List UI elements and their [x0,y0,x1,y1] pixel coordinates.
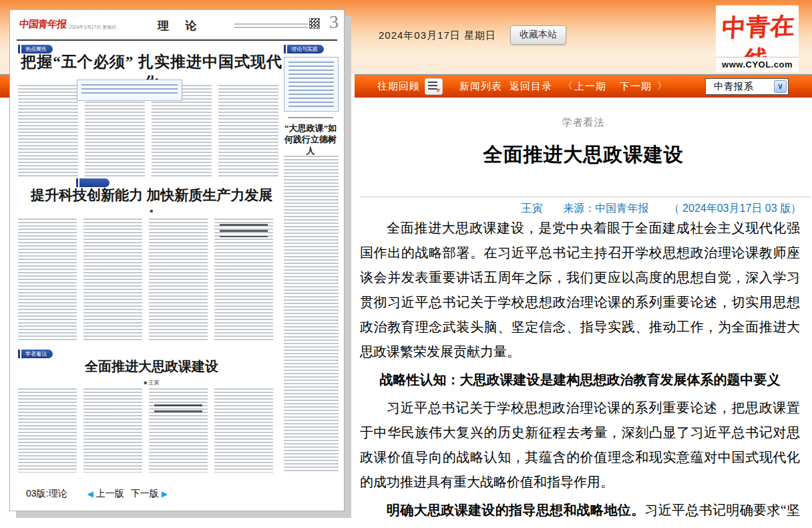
prev-page-arrow-icon[interactable]: ◀ [87,489,93,499]
np-right-box [284,57,339,112]
np-footer: 03版:理论 ◀ 上一版 下一版 ▶ [26,488,170,500]
np-text-column [83,388,142,473]
site-logo[interactable]: 中青在线 www.CYOL.com [716,5,799,72]
article-divider [360,196,811,197]
article-body: 全面推进大思政课建设，是党中央着眼于全面建成社会主义现代化强国作出的战略部署。在… [360,216,800,528]
np-qr-code-icon [309,18,320,29]
np-author-bottom: ■ 王寅 [18,379,285,386]
angle-right-icon: 〉 [657,80,667,92]
np-page-number: 3 [329,11,339,33]
np-author-marker-mid: ■ [18,208,285,214]
np-tag-practice: 理论与实践 [287,45,324,53]
nav-back-to-contents-link[interactable]: 返回目录 [510,80,552,93]
np-text-column [214,388,273,473]
newspaper-page-thumbnail[interactable]: 中国青年报 2024年3月17日 星期日 理 论 3 热点聚焦 把握“五个必须”… [9,9,345,511]
site-domain-text: www.CYOL.com [716,57,799,72]
current-date-text: 2024年03月17日 星期日 [379,29,496,42]
nav-prev-issue-link[interactable]: 上一期 [574,80,606,93]
archive-list-icon[interactable] [425,78,443,95]
np-text-column [18,388,77,473]
np-text-column [18,85,78,178]
np-text-column [83,219,142,342]
paragraph-3-lead: 明确大思政课建设的指导思想和战略地位。 [387,503,644,517]
next-page-arrow-icon[interactable]: ▶ [162,489,168,499]
article-paragraph-3: 明确大思政课建设的指导思想和战略地位。习近平总书记明确要求“坚持改革创新，推进大… [360,498,800,528]
np-highlight-box [77,80,182,101]
np-section-title: 理 论 [144,18,217,33]
next-page-link[interactable]: 下一版 [131,488,159,500]
np-text-column [284,156,339,473]
article-source: 来源：中国青年报 [563,203,648,214]
nav-news-list-link[interactable]: 新闻列表 [459,80,502,93]
np-text-column [149,219,208,342]
np-headline-bottom[interactable]: 全面推进大思政课建设 [18,358,285,376]
np-text-column [149,388,208,473]
nav-next-issue-link[interactable]: 下一期 [620,80,652,93]
article-kicker: 学者看法 [355,116,812,129]
np-mini-headline [154,404,202,416]
np-headline-mid[interactable]: 提升科技创新能力 加快新质生产力发展 [18,186,285,205]
navbar-gap [345,74,355,98]
article-author: 王寅 [522,203,543,214]
navbar-left-sliver [0,74,9,98]
article-issue-info: （ 2024年03月17日 03 版） [669,203,801,214]
np-text-column [218,85,278,178]
np-text-column [18,219,77,342]
angle-left-icon: 〈 [563,80,573,92]
article-panel: 学者看法 全面推进大思政课建设 王寅 来源：中国青年报 （ 2024年03月17… [355,98,812,528]
np-mini-headline [220,224,268,237]
np-author-marker-right: ■ [281,148,340,152]
paper-series-select[interactable]: 中青报系 ∨ [705,78,789,95]
article-paragraph-1: 全面推进大思政课建设，是党中央着眼于全面建成社会主义现代化强国作出的战略部署。在… [360,216,800,364]
np-highlight-box-lines [81,84,178,96]
list-lines [428,82,437,92]
article-byline: 王寅 来源：中国青年报 （ 2024年03月17日 03 版） [522,202,801,216]
prev-page-link[interactable]: 上一版 [96,488,124,500]
np-editor-credits-lines [234,23,308,30]
nav-archive-link[interactable]: 往期回顾 [377,80,420,93]
article-paragraph-2: 习近平总书记关于学校思想政治理论课的系列重要论述，把思政课置于中华民族伟大复兴的… [360,396,800,495]
article-subhead: 战略性认知：大思政课建设是建构思想政治教育发展体系的题中要义 [360,368,800,392]
np-masthead-date: 2024年3月17日 星期日 [69,24,116,31]
np-masthead-logo: 中国青年报 [19,18,67,31]
dropdown-arrow-icon[interactable]: ∨ [774,80,787,93]
np-header-rule [17,39,337,41]
np-right-box-lines [288,61,334,107]
bookmark-site-button[interactable]: 收藏本站 [510,25,566,45]
article-title: 全面推进大思政课建设 [355,142,812,168]
np-footer-page-label: 03版:理论 [26,488,67,500]
paper-series-value: 中青报系 [714,81,754,93]
np-right-overline [288,117,333,118]
